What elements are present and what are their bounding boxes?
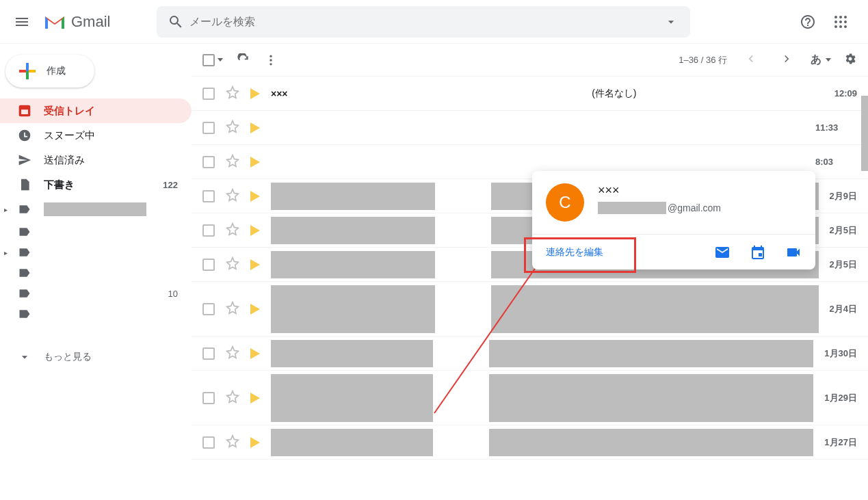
label-icon — [18, 202, 31, 216]
importance-marker[interactable] — [250, 225, 260, 236]
redacted-content — [489, 374, 813, 422]
contact-name: ××× — [598, 183, 721, 198]
importance-marker[interactable] — [250, 157, 260, 168]
nav-label-item[interactable] — [0, 304, 192, 324]
refresh-button[interactable] — [237, 53, 250, 67]
logo[interactable]: Gmail — [38, 13, 116, 31]
more-button[interactable] — [264, 53, 278, 67]
row-subject: (件名なし) — [405, 88, 824, 100]
prev-page-button[interactable] — [739, 47, 763, 73]
label-icon — [18, 266, 31, 280]
contact-avatar: C — [546, 183, 584, 222]
message-row[interactable]: 1月27日 — [192, 425, 868, 460]
row-checkbox[interactable] — [202, 156, 215, 168]
row-checkbox[interactable] — [202, 347, 215, 360]
redacted-content — [489, 429, 813, 456]
importance-marker[interactable] — [250, 259, 260, 270]
help-button[interactable] — [794, 8, 821, 36]
row-date: 1月29日 — [824, 392, 857, 404]
nav-inbox[interactable]: 受信トレイ — [0, 98, 192, 123]
nav-label-item[interactable] — [0, 263, 192, 283]
apps-button[interactable] — [827, 8, 854, 36]
message-row[interactable]: 11:33 — [192, 111, 868, 145]
compose-button[interactable]: 作成 — [5, 55, 94, 88]
row-date: 1月30日 — [824, 347, 857, 360]
star-icon — [226, 222, 239, 236]
svg-point-8 — [844, 25, 847, 28]
row-checkbox[interactable] — [202, 190, 215, 202]
contact-email: @gmail.com — [598, 202, 721, 214]
star-button[interactable] — [226, 120, 239, 136]
importance-marker[interactable] — [250, 304, 260, 315]
star-button[interactable] — [226, 301, 239, 317]
svg-point-1 — [839, 16, 842, 18]
toolbar: 1–36 / 36 行 あ — [192, 44, 868, 77]
nav-drafts[interactable]: 下書き 122 — [0, 172, 192, 197]
nav-label-item[interactable]: ▸ — [0, 197, 192, 222]
label-icon — [18, 225, 31, 239]
file-icon — [18, 178, 31, 192]
message-row[interactable]: 1月29日 — [192, 371, 868, 425]
importance-marker[interactable] — [250, 393, 260, 404]
caret-down-icon — [826, 58, 831, 62]
star-button[interactable] — [226, 256, 239, 273]
calendar-icon[interactable] — [750, 244, 766, 261]
redacted-label — [44, 202, 146, 216]
nav-sent[interactable]: 送信済み — [0, 148, 192, 172]
search-input[interactable] — [189, 16, 657, 28]
row-checkbox[interactable] — [202, 88, 215, 100]
video-icon[interactable] — [785, 244, 802, 261]
search-icon[interactable] — [162, 14, 189, 30]
chevron-right-icon — [780, 53, 793, 65]
importance-marker[interactable] — [250, 437, 260, 448]
nav-label-item[interactable]: ▸ — [0, 242, 192, 263]
caret-right-icon: ▸ — [4, 249, 8, 256]
star-button[interactable] — [226, 154, 239, 170]
help-icon — [800, 14, 816, 30]
row-date: 12:09 — [834, 88, 857, 98]
row-checkbox[interactable] — [202, 122, 215, 134]
scrollbar-thumb[interactable] — [861, 96, 868, 171]
message-row[interactable]: 2月4日 — [192, 282, 868, 337]
edit-contact-link[interactable]: 連絡先を編集 — [546, 246, 603, 259]
message-row[interactable]: ××× (件名なし) 12:09 — [192, 77, 868, 111]
nav-label-item[interactable]: 10 — [0, 283, 192, 304]
search-bar[interactable] — [157, 6, 690, 38]
row-checkbox[interactable] — [202, 436, 215, 449]
importance-marker[interactable] — [250, 348, 260, 359]
redacted-email-prefix — [598, 202, 666, 214]
chevron-down-icon — [18, 350, 31, 364]
row-checkbox[interactable] — [202, 224, 215, 237]
email-icon[interactable] — [714, 244, 731, 261]
next-page-button[interactable] — [775, 47, 798, 73]
row-checkbox[interactable] — [202, 392, 215, 404]
main-menu-button[interactable] — [5, 5, 38, 38]
nav-label: スヌーズ中 — [44, 129, 95, 142]
star-button[interactable] — [226, 222, 239, 239]
star-button[interactable] — [226, 434, 239, 451]
nav-label-item[interactable] — [0, 222, 192, 242]
nav-label: もっと見る — [44, 351, 92, 363]
settings-button[interactable] — [843, 52, 857, 68]
star-button[interactable] — [226, 390, 239, 406]
svg-point-0 — [834, 16, 837, 18]
nav-snoozed[interactable]: スヌーズ中 — [0, 123, 192, 148]
row-date: 2月5日 — [830, 259, 857, 271]
star-button[interactable] — [226, 85, 239, 102]
search-options-dropdown[interactable] — [657, 15, 685, 29]
svg-point-2 — [844, 16, 847, 18]
row-sender: ××× — [271, 88, 394, 99]
input-method-button[interactable]: あ — [811, 53, 831, 67]
star-button[interactable] — [226, 345, 239, 362]
star-button[interactable] — [226, 188, 239, 205]
row-checkbox[interactable] — [202, 303, 215, 315]
message-list: ××× (件名なし) 12:09 11:33 8:03 — [192, 77, 868, 500]
importance-marker[interactable] — [250, 191, 260, 202]
importance-marker[interactable] — [250, 122, 260, 133]
row-checkbox[interactable] — [202, 259, 215, 271]
select-all-checkbox[interactable] — [202, 54, 223, 66]
importance-marker[interactable] — [250, 88, 260, 99]
message-row[interactable]: 1月30日 — [192, 337, 868, 371]
redacted-content — [271, 217, 435, 244]
nav-more[interactable]: もっと見る — [0, 345, 192, 369]
